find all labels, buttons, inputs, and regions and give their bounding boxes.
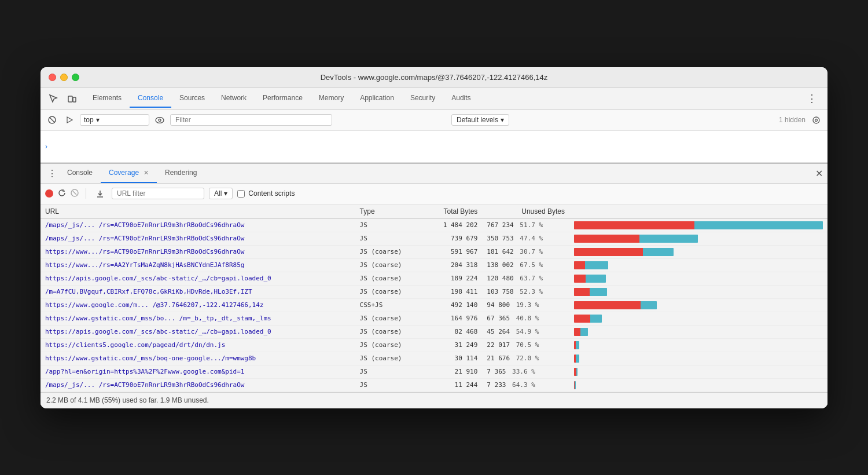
cell-url[interactable]: /m=A7fCU,BVgquf,CBIRxf,EFQ78c,GkRiKb,HDv… (41, 285, 355, 298)
cell-url[interactable]: https://www.google.com/m... /@37.7646207… (41, 298, 355, 312)
cell-url[interactable]: https://apis.google.com/_scs/abc-static/… (41, 325, 355, 338)
cell-unused-bytes: 181 642 30.7 % (482, 245, 569, 258)
titlebar: DevTools - www.google.com/maps/@37.76462… (41, 67, 827, 88)
cell-total-bytes: 189 224 (424, 272, 482, 285)
log-levels-icon: ▾ (501, 116, 504, 124)
record-button[interactable] (45, 189, 53, 198)
table-row[interactable]: https://apis.google.com/_scs/abc-static/… (41, 325, 827, 338)
bottom-tab-console-label: Console (67, 169, 93, 177)
context-dropdown-icon: ▾ (96, 116, 100, 124)
download-button[interactable] (93, 187, 107, 200)
inspect-element-button[interactable] (45, 90, 61, 107)
table-row[interactable]: /maps/_js/... /rs=ACT90oE7nRnrLR9m3hrRBo… (41, 232, 827, 245)
col-unused-bytes: Unused Bytes (482, 204, 569, 219)
cell-url[interactable]: https://clients5.google.com/pagead/drt/d… (41, 338, 355, 352)
svg-rect-0 (68, 96, 72, 102)
cell-unused-bytes: 350 753 47.4 % (482, 232, 569, 245)
reload-button[interactable] (58, 189, 66, 199)
cell-url[interactable]: https://www.gstatic.com/_mss/boq-one-goo… (41, 352, 355, 365)
minimize-button[interactable] (60, 74, 68, 81)
table-row[interactable]: /maps/_js/... /rs=ACT90oE7nRnrLR9m3hrRBo… (41, 378, 827, 392)
cell-url[interactable]: https://www.gstatic.com/_mss/bo... /m=_b… (41, 312, 355, 325)
cell-unused-bytes: 120 480 63.7 % (482, 272, 569, 285)
log-levels-selector[interactable]: Default levels ▾ (451, 114, 509, 126)
tab-application[interactable]: Application (352, 89, 402, 108)
coverage-table-container[interactable]: URL Type Total Bytes Unused Bytes /maps/… (41, 204, 827, 392)
console-prompt-icon[interactable]: › (45, 142, 47, 151)
bottom-tab-console[interactable]: Console (59, 163, 101, 183)
cell-total-bytes: 198 411 (424, 285, 482, 298)
cell-unused-bytes: 21 676 72.0 % (482, 352, 569, 365)
tab-audits[interactable]: Audits (443, 89, 479, 108)
table-row[interactable]: https://www.gstatic.com/_mss/boq-one-goo… (41, 352, 827, 365)
close-button[interactable] (49, 74, 56, 81)
context-selector[interactable]: top ▾ (80, 114, 149, 126)
cell-total-bytes: 82 468 (424, 325, 482, 338)
tab-memory[interactable]: Memory (311, 89, 352, 108)
eye-button[interactable] (153, 113, 167, 127)
cell-url[interactable]: /app?hl=en&origin=https%3A%2F%2Fwww.goog… (41, 365, 355, 378)
table-row[interactable]: /app?hl=en&origin=https%3A%2F%2Fwww.goog… (41, 365, 827, 378)
table-row[interactable]: /maps/_js/... /rs=ACT90oE7nRnrLR9m3hrRBo… (41, 218, 827, 232)
table-row[interactable]: https://www.gstatic.com/_mss/bo... /m=_b… (41, 312, 827, 325)
devtools-toolbar: Elements Console Sources Network Perform… (41, 88, 827, 110)
tab-console[interactable]: Console (130, 89, 171, 108)
console-filter-input[interactable] (170, 114, 332, 126)
cell-url[interactable]: /maps/_js/... /rs=ACT90oE7nRnrLR9m3hrRBo… (41, 378, 355, 392)
cell-url[interactable]: https://www.../rs=ACT90oE7nRnrLR9m3hrRBo… (41, 245, 355, 258)
cell-type: JS (coarse) (355, 325, 424, 338)
maximize-button[interactable] (72, 74, 79, 81)
more-tools-button[interactable]: ⋮ (801, 89, 823, 108)
cell-type: JS (coarse) (355, 285, 424, 298)
tab-network[interactable]: Network (213, 89, 255, 108)
table-row[interactable]: https://www.../rs=ACT90oE7nRnrLR9m3hrRBo… (41, 245, 827, 258)
cell-type: JS (coarse) (355, 258, 424, 272)
cell-unused-bytes: 7 233 64.3 % (482, 378, 569, 392)
cell-unused-bytes: 22 017 70.5 % (482, 338, 569, 352)
cell-total-bytes: 1 484 202 (424, 218, 482, 232)
cell-url[interactable]: https://apis.google.com/_scs/abc-static/… (41, 272, 355, 285)
run-button[interactable] (62, 113, 76, 127)
cell-url[interactable]: https://www.../rs=AA2YrTsMaAZqN8kjHAsBNC… (41, 258, 355, 272)
console-content[interactable]: › (41, 131, 827, 163)
cell-total-bytes: 31 249 (424, 338, 482, 352)
cell-url[interactable]: /maps/_js/... /rs=ACT90oE7nRnrLR9m3hrRBo… (41, 232, 355, 245)
table-row[interactable]: https://www.../rs=AA2YrTsMaAZqN8kjHAsBNC… (41, 258, 827, 272)
coverage-tab-close-icon[interactable]: ✕ (144, 169, 149, 177)
hidden-count: 1 hidden (779, 116, 806, 124)
tab-security[interactable]: Security (402, 89, 443, 108)
url-filter-input[interactable] (112, 188, 204, 199)
all-dropdown-icon: ▾ (224, 189, 227, 198)
svg-line-10 (73, 191, 76, 195)
cell-bar (569, 325, 827, 338)
tab-performance[interactable]: Performance (255, 89, 311, 108)
bottom-tab-rendering[interactable]: Rendering (157, 163, 205, 183)
bottom-panel-tabs: ⋮ Console Coverage ✕ Rendering ✕ (41, 164, 827, 184)
bottom-panel: ⋮ Console Coverage ✕ Rendering ✕ (41, 163, 827, 408)
cell-type: JS (coarse) (355, 312, 424, 325)
console-settings-button[interactable] (809, 113, 823, 127)
window-title: DevTools - www.google.com/maps/@37.76462… (321, 73, 548, 82)
cell-bar (569, 378, 827, 392)
table-row[interactable]: /m=A7fCU,BVgquf,CBIRxf,EFQ78c,GkRiKb,HDv… (41, 285, 827, 298)
content-scripts-checkbox[interactable] (237, 190, 245, 198)
cell-bar (569, 272, 827, 285)
bottom-panel-close-button[interactable]: ✕ (815, 168, 823, 179)
stop-button[interactable] (71, 189, 79, 199)
cell-total-bytes: 164 976 (424, 312, 482, 325)
table-row[interactable]: https://clients5.google.com/pagead/drt/d… (41, 338, 827, 352)
svg-point-5 (156, 117, 164, 123)
cell-type: CSS+JS (355, 298, 424, 312)
cell-url[interactable]: /maps/_js/... /rs=ACT90oE7nRnrLR9m3hrRBo… (41, 218, 355, 232)
coverage-table: URL Type Total Bytes Unused Bytes /maps/… (41, 204, 827, 392)
bottom-tab-coverage[interactable]: Coverage ✕ (101, 163, 157, 183)
table-row[interactable]: https://www.google.com/m... /@37.7646207… (41, 298, 827, 312)
tab-sources[interactable]: Sources (171, 89, 213, 108)
cell-bar (569, 365, 827, 378)
device-toolbar-button[interactable] (64, 90, 80, 107)
table-row[interactable]: https://apis.google.com/_scs/abc-static/… (41, 272, 827, 285)
all-selector[interactable]: All ▾ (209, 188, 233, 199)
tab-elements[interactable]: Elements (84, 89, 130, 108)
bottom-panel-more-button[interactable]: ⋮ (45, 168, 59, 179)
clear-console-button[interactable] (45, 113, 59, 127)
